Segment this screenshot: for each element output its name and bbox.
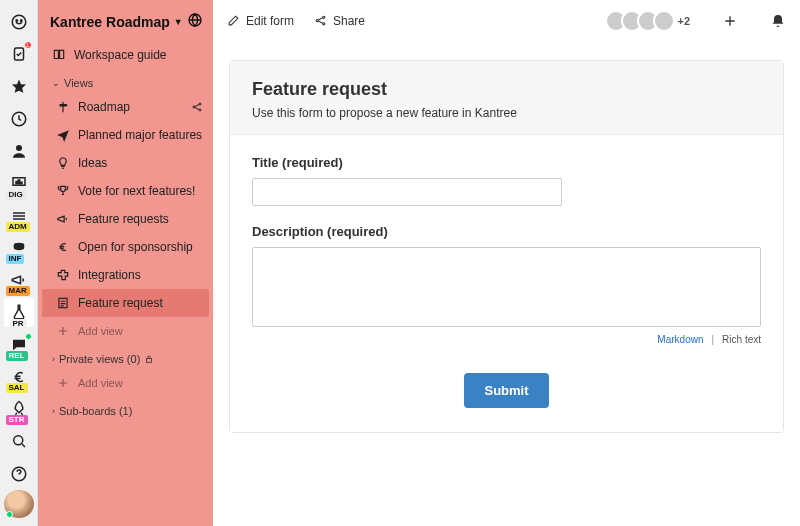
rail-badge-str: STR <box>6 415 28 425</box>
add-view-label: Add view <box>78 325 123 337</box>
rail-inf[interactable]: INF <box>4 234 34 262</box>
rail-logo[interactable] <box>4 8 34 36</box>
share-icon <box>191 101 203 113</box>
avatar-more-count: +2 <box>677 15 690 27</box>
rail-dig[interactable]: DIG <box>4 169 34 197</box>
editor-mode-row: Markdown | Rich text <box>252 334 761 345</box>
view-ideas-label: Ideas <box>78 156 107 170</box>
form-subtitle: Use this form to propose a new feature i… <box>252 106 761 120</box>
megaphone-icon <box>56 212 70 226</box>
globe-button[interactable] <box>187 12 203 31</box>
rail-badge-dig: DIG <box>6 190 26 200</box>
rail-search[interactable] <box>4 427 34 455</box>
sidebar: Kantree Roadmap ▼ Workspace guide ⌄ View… <box>38 0 213 526</box>
view-feature-requests[interactable]: Feature requests <box>38 205 213 233</box>
submit-button[interactable]: Submit <box>464 373 548 408</box>
sub-boards-toggle[interactable]: › Sub-boards (1) <box>38 397 213 421</box>
rail-sal[interactable]: SAL <box>4 363 34 391</box>
description-label: Description (required) <box>252 224 761 239</box>
form-header: Feature request Use this form to propose… <box>230 61 783 135</box>
title-field: Title (required) <box>252 155 761 206</box>
add-private-view-label: Add view <box>78 377 123 389</box>
rail-clock[interactable] <box>4 105 34 133</box>
topbar: Edit form Share +2 <box>213 0 800 42</box>
view-planned-label: Planned major features <box>78 128 202 142</box>
view-feature-request-label: Feature request <box>78 296 163 310</box>
rail-pr[interactable]: PR <box>4 298 34 326</box>
rail-mar[interactable]: MAR <box>4 266 34 294</box>
rail-adm[interactable]: ADM <box>4 202 34 230</box>
signpost-icon <box>56 100 70 114</box>
view-vote[interactable]: Vote for next features! <box>38 177 213 205</box>
view-roadmap[interactable]: Roadmap <box>38 93 213 121</box>
description-field: Description (required) Markdown | Rich t… <box>252 224 761 345</box>
help-icon <box>10 465 28 483</box>
app-logo-icon <box>10 13 28 31</box>
workspace-guide-label: Workspace guide <box>74 48 167 62</box>
plane-icon <box>56 128 70 142</box>
add-private-view[interactable]: Add view <box>38 369 213 397</box>
view-sponsorship[interactable]: Open for sponsorship <box>38 233 213 261</box>
view-integrations-label: Integrations <box>78 268 141 282</box>
clock-icon <box>10 110 28 128</box>
sidebar-workspace-guide[interactable]: Workspace guide <box>38 41 213 69</box>
edit-form-label: Edit form <box>246 14 294 28</box>
rail-badge-adm: ADM <box>6 222 30 232</box>
rail-help[interactable] <box>4 460 34 488</box>
lightbulb-icon <box>56 156 70 170</box>
svg-rect-15 <box>147 359 152 363</box>
view-feature-request[interactable]: Feature request <box>42 289 209 317</box>
globe-icon <box>187 12 203 28</box>
collaborator-avatars[interactable]: +2 <box>611 10 690 32</box>
view-feature-requests-label: Feature requests <box>78 212 169 226</box>
edit-form-button[interactable]: Edit form <box>227 14 294 28</box>
form-body: Title (required) Description (required) … <box>230 135 783 432</box>
views-label: Views <box>64 77 93 89</box>
notification-badge: 1 <box>24 41 32 49</box>
add-button[interactable] <box>722 13 738 29</box>
main-area: Edit form Share +2 Feature request Use t… <box>213 0 800 526</box>
icon-rail: 1 DIG ADM INF MAR PR REL SAL STR <box>0 0 38 526</box>
book-icon <box>52 48 66 62</box>
board-title: Kantree Roadmap <box>50 14 170 30</box>
svg-point-1 <box>16 20 18 22</box>
share-button[interactable]: Share <box>314 14 365 28</box>
rail-person[interactable] <box>4 137 34 165</box>
svg-point-12 <box>199 103 201 105</box>
lock-icon <box>144 354 154 364</box>
share-icon <box>314 14 327 27</box>
svg-point-0 <box>12 15 26 29</box>
form-icon <box>56 296 70 310</box>
rail-star[interactable] <box>4 73 34 101</box>
view-sponsorship-label: Open for sponsorship <box>78 240 193 254</box>
richtext-toggle[interactable]: Rich text <box>722 334 761 345</box>
notifications-button[interactable] <box>770 13 786 29</box>
view-planned[interactable]: Planned major features <box>38 121 213 149</box>
views-section-toggle[interactable]: ⌄ Views <box>38 69 213 93</box>
markdown-toggle[interactable]: Markdown <box>657 334 703 345</box>
plus-icon <box>56 376 70 390</box>
plus-icon <box>56 324 70 338</box>
rail-str[interactable]: STR <box>4 395 34 423</box>
search-icon <box>10 432 28 450</box>
svg-point-5 <box>16 145 22 151</box>
view-ideas[interactable]: Ideas <box>38 149 213 177</box>
rail-badge-rel: REL <box>6 351 28 361</box>
board-title-dropdown[interactable]: Kantree Roadmap ▼ <box>50 14 183 30</box>
share-label: Share <box>333 14 365 28</box>
rail-checklist[interactable]: 1 <box>4 40 34 68</box>
chevron-down-icon: ⌄ <box>52 78 60 88</box>
private-views-label: Private views (0) <box>59 353 140 365</box>
private-views-toggle[interactable]: › Private views (0) <box>38 345 213 369</box>
view-roadmap-label: Roadmap <box>78 100 130 114</box>
description-textarea[interactable] <box>252 247 761 327</box>
rail-user-avatar[interactable] <box>4 490 34 518</box>
view-integrations[interactable]: Integrations <box>38 261 213 289</box>
puzzle-icon <box>56 268 70 282</box>
separator: | <box>711 334 714 345</box>
add-view[interactable]: Add view <box>38 317 213 345</box>
svg-point-13 <box>199 109 201 111</box>
title-input[interactable] <box>252 178 562 206</box>
rail-rel[interactable]: REL <box>4 331 34 359</box>
avatar <box>653 10 675 32</box>
